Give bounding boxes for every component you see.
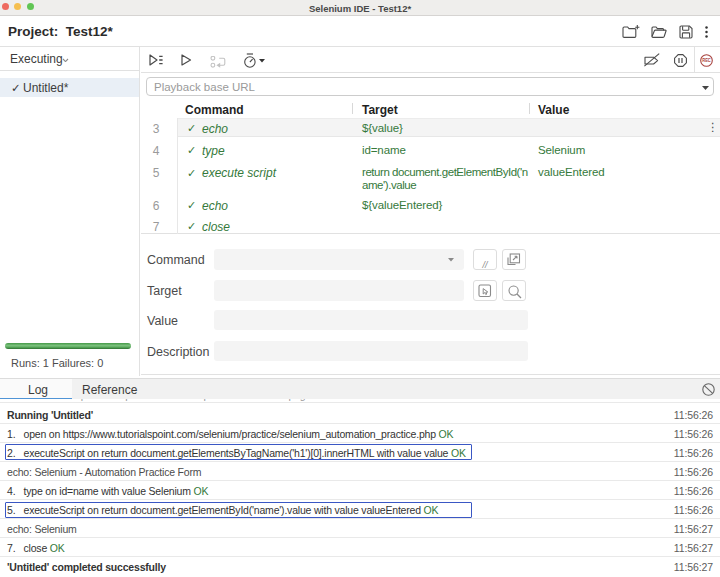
svg-text:REC: REC — [702, 58, 711, 63]
